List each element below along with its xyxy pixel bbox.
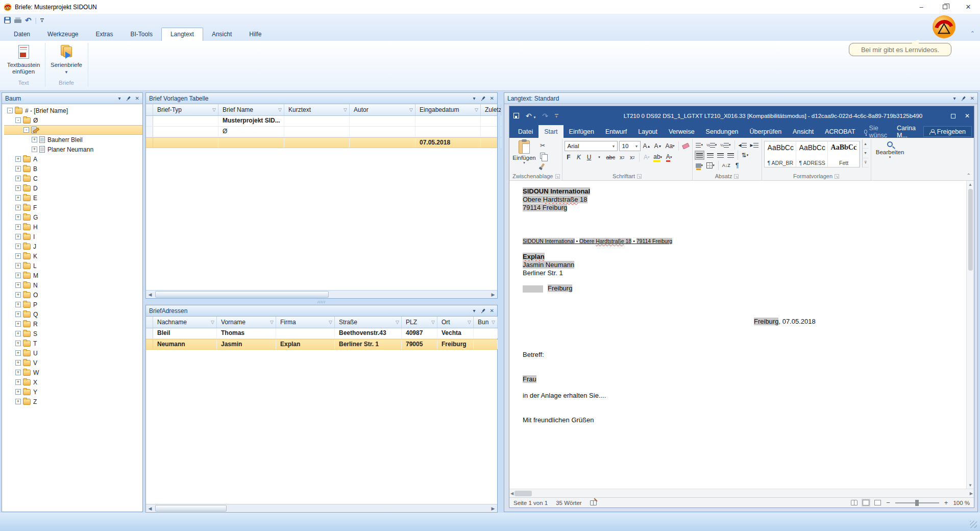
tree-item-r[interactable]: +R (4, 319, 142, 329)
expand-icon[interactable]: + (15, 185, 21, 191)
panel-menu-icon[interactable]: ▾ (953, 95, 956, 101)
word-ribbon-collapse-icon[interactable]: ⌃ (967, 173, 971, 178)
zoom-level[interactable]: 100 % (953, 500, 970, 506)
save-icon[interactable] (4, 17, 11, 23)
read-mode-icon[interactable] (851, 500, 857, 505)
expand-icon[interactable]: + (15, 292, 21, 298)
tree-item-e[interactable]: +E (4, 193, 142, 203)
multilevel-list-icon[interactable]: ⅓▾ (719, 140, 731, 150)
strikethrough-icon[interactable]: abc (605, 153, 617, 162)
column-header-vorname[interactable]: Vorname▽ (217, 317, 276, 328)
tree-item-b[interactable]: +B (4, 164, 142, 174)
word-restore-icon[interactable] (951, 114, 955, 118)
filter-icon[interactable]: ▽ (394, 320, 399, 325)
signed-in-user[interactable]: Carina M... (891, 125, 922, 138)
filter-icon[interactable]: ▽ (327, 320, 332, 325)
tree-item-f[interactable]: +F (4, 203, 142, 212)
scroll-left-icon[interactable]: ◀ (510, 491, 513, 496)
tree-item-l[interactable]: +L (4, 261, 142, 271)
column-header-autor[interactable]: Autor▽ (350, 104, 415, 115)
zoom-in-icon[interactable]: + (944, 499, 948, 506)
word-count[interactable]: 35 Wörter (556, 500, 582, 506)
scroll-up-icon[interactable]: ▲ (968, 181, 972, 188)
minimize-button[interactable]: – (910, 0, 933, 14)
close-button[interactable]: ✕ (957, 0, 980, 14)
tree-item-u[interactable]: +U (4, 348, 142, 358)
collapse-icon[interactable]: - (7, 108, 13, 113)
web-layout-icon[interactable] (874, 500, 881, 505)
word-tab-einfügen[interactable]: Einfügen (564, 125, 600, 138)
column-header-firma[interactable]: Firma▽ (276, 317, 335, 328)
expand-icon[interactable]: + (15, 350, 21, 356)
tree-item-bauherr-bleil[interactable]: +Bauherr Bleil (4, 135, 142, 144)
tree-item-t[interactable]: +T (4, 339, 142, 348)
column-header-plz[interactable]: PLZ▽ (402, 317, 437, 328)
tree-item--[interactable]: -Ø (4, 115, 142, 125)
filter-icon[interactable]: ▽ (268, 320, 274, 325)
panel-menu-icon[interactable]: ▾ (473, 95, 476, 101)
tree-item-v[interactable]: +V (4, 358, 142, 368)
bold-icon[interactable]: F (565, 153, 573, 162)
word-document[interactable]: SIDOUN International Obere Hardtstraße 1… (509, 181, 974, 489)
style-card[interactable]: AaBbCcDı¶ ADRESS... (796, 141, 828, 167)
grow-font-icon[interactable]: A▲ (642, 141, 652, 151)
dialog-launcher-icon[interactable]: ↘ (734, 174, 739, 179)
tree-item-x[interactable]: +X (4, 377, 142, 387)
numbered-list-icon[interactable]: ½▾ (705, 140, 718, 150)
column-header-nachname[interactable]: Nachname▽ (153, 317, 217, 328)
word-tab-acrobat[interactable]: ACROBAT (819, 125, 861, 138)
column-header-kurztext[interactable]: Kurztext▽ (284, 104, 350, 115)
panel-close-icon[interactable]: ✕ (490, 95, 494, 101)
scroll-down-icon[interactable]: ▼ (968, 481, 972, 489)
word-close-icon[interactable]: ✕ (965, 112, 970, 119)
sort-icon[interactable]: A↓Z (721, 161, 731, 170)
justify-icon[interactable] (726, 151, 735, 160)
copy-icon[interactable] (538, 151, 547, 160)
word-hscrollbar[interactable]: ◀ ▶ (509, 489, 974, 497)
tree-item-o[interactable]: +O (4, 290, 142, 300)
dialog-launcher-icon[interactable]: ↘ (637, 174, 642, 179)
expand-icon[interactable]: + (15, 302, 21, 307)
editing-button[interactable]: Bearbeiten ▾ (873, 139, 907, 159)
vorlagen-hscrollbar[interactable]: ◀ ▶ (146, 290, 497, 298)
filter-icon[interactable]: ▽ (489, 320, 495, 325)
tree-item-c[interactable]: +C (4, 174, 142, 183)
decrease-indent-icon[interactable]: ◂ (738, 140, 748, 150)
panel-splitter[interactable]: ///// (145, 299, 498, 305)
scroll-right-icon[interactable]: ▶ (970, 491, 973, 496)
expand-icon[interactable]: + (32, 137, 37, 142)
tree-item-g[interactable]: +G (4, 212, 142, 222)
expand-icon[interactable]: + (15, 263, 21, 269)
shrink-font-icon[interactable]: A▼ (653, 141, 663, 151)
tab-hilfe[interactable]: Hilfe (240, 28, 270, 41)
tell-me-box[interactable]: Sie wünsc (861, 125, 891, 138)
word-tab-datei[interactable]: Datei (512, 125, 538, 138)
word-tab-start[interactable]: Start (538, 125, 563, 138)
scroll-thumb[interactable] (968, 189, 973, 271)
textbaustein-einfuegen-button[interactable]: Textbaustein einfügen (4, 43, 43, 80)
filter-icon[interactable]: ▽ (429, 320, 435, 325)
tree-item-q[interactable]: +Q (4, 309, 142, 319)
cut-icon[interactable]: ✂ (538, 141, 547, 150)
font-size-combo[interactable]: 10▼ (619, 141, 641, 151)
tree-item-s[interactable]: +S (4, 329, 142, 339)
panel-close-icon[interactable]: ✕ (490, 308, 494, 313)
align-right-icon[interactable] (716, 151, 725, 160)
font-name-combo[interactable]: Arial▼ (565, 141, 618, 151)
mascot-icon[interactable] (932, 15, 956, 39)
word-tab-entwurf[interactable]: Entwurf (600, 125, 632, 138)
pin-icon[interactable] (960, 94, 967, 102)
format-painter-icon[interactable] (538, 161, 547, 170)
table-row[interactable]: Musterprojekt SID... (146, 116, 497, 127)
scroll-thumb[interactable] (155, 505, 227, 512)
table-row[interactable]: 07.05.2018 (146, 137, 497, 148)
filter-icon[interactable]: ▽ (210, 107, 216, 112)
align-left-icon[interactable] (695, 151, 704, 160)
ribbon-collapse-icon[interactable]: ⌃ (970, 30, 975, 37)
expand-icon[interactable]: + (15, 399, 21, 404)
dialog-launcher-icon[interactable]: ↘ (835, 174, 839, 179)
proofing-icon[interactable] (590, 500, 597, 505)
styles-up-icon[interactable]: ▲ (863, 139, 869, 149)
filter-icon[interactable]: ▽ (473, 107, 478, 112)
tree-item-m[interactable]: +M (4, 271, 142, 280)
